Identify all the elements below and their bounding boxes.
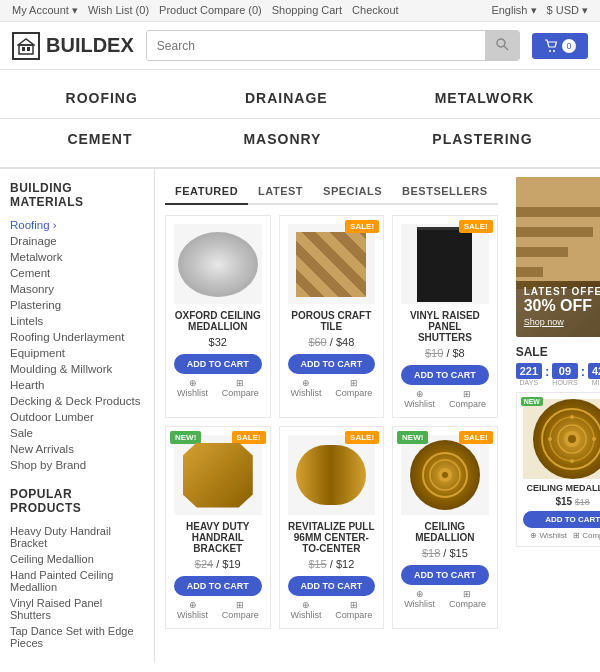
wishlist-oxford[interactable]: ⊕ Wishlist [174, 378, 211, 398]
sidebar-item-metalwork[interactable]: Metalwork [10, 249, 144, 265]
product-image-shutters [401, 224, 489, 304]
compare-link[interactable]: Product Compare (0) [159, 4, 262, 17]
top-bar: My Account ▾ Wish List (0) Product Compa… [0, 0, 600, 22]
popular-item-shutters[interactable]: Vinyl Raised Panel Shutters [10, 595, 144, 623]
wishlist-medallion[interactable]: ⊕ Wishlist [401, 589, 438, 609]
sale-product-card: NEW SALE [516, 392, 600, 547]
logo[interactable]: BUILDEX [12, 32, 134, 60]
popular-products-list: Heavy Duty Handrail Bracket Ceiling Meda… [10, 523, 144, 651]
wishlist-tile[interactable]: ⊕ Wishlist [288, 378, 325, 398]
sale-price-current: $15 [555, 496, 572, 507]
countdown-days-label: DAYS [516, 379, 542, 386]
svg-marker-3 [18, 39, 34, 45]
sidebar-item-lintels[interactable]: Lintels [10, 313, 144, 329]
popular-item-ceiling-medallion[interactable]: Ceiling Medallion [10, 551, 144, 567]
sidebar-item-roofing[interactable]: Roofing › [10, 217, 144, 233]
compare-shutters[interactable]: ⊞ Compare [446, 389, 488, 409]
wishlist-sale-product[interactable]: ⊕ Wishlist [530, 531, 567, 540]
nav-roofing[interactable]: ROOFING [58, 86, 146, 110]
nav-masonry[interactable]: MASONRY [235, 127, 329, 151]
add-to-cart-handrail[interactable]: ADD TO CART [174, 576, 262, 596]
cart-count: 0 [562, 39, 576, 53]
search-button[interactable] [485, 31, 519, 60]
nav-plastering[interactable]: PLASTERING [424, 127, 540, 151]
language-selector[interactable]: English ▾ [491, 4, 536, 17]
search-bar [146, 30, 520, 61]
add-to-cart-tile[interactable]: ADD TO CART [288, 354, 376, 374]
sidebar-item-drainage[interactable]: Drainage [10, 233, 144, 249]
header: BUILDEX 0 [0, 22, 600, 70]
compare-pull[interactable]: ⊞ Compare [333, 600, 375, 620]
compare-sale-product[interactable]: ⊞ Compare [573, 531, 600, 540]
tab-featured[interactable]: FEATURED [165, 179, 248, 205]
my-account-link[interactable]: My Account ▾ [12, 4, 78, 17]
countdown-mins-label: MIN [588, 379, 600, 386]
sidebar-item-cement[interactable]: Cement [10, 265, 144, 281]
sidebar-item-sale[interactable]: Sale [10, 425, 144, 441]
tab-latest[interactable]: LATEST [248, 179, 313, 205]
cart-button[interactable]: 0 [532, 33, 588, 59]
sale-product-actions: ⊕ Wishlist ⊞ Compare [523, 531, 600, 540]
popular-item-handrail[interactable]: Heavy Duty Handrail Bracket [10, 523, 144, 551]
sale-add-to-cart[interactable]: ADD TO CART [523, 511, 600, 528]
product-actions-oxford: ⊕ Wishlist ⊞ Compare [174, 378, 262, 398]
wishlist-shutters[interactable]: ⊕ Wishlist [401, 389, 438, 409]
shopping-cart-link[interactable]: Shopping Cart [272, 4, 342, 17]
popular-item-hand-painted[interactable]: Hand Painted Ceiling Medallion [10, 567, 144, 595]
sidebar-item-new-arrivals[interactable]: New Arrivals [10, 441, 144, 457]
sidebar-item-decking[interactable]: Decking & Deck Products [10, 393, 144, 409]
add-to-cart-oxford[interactable]: ADD TO CART [174, 354, 262, 374]
checkout-link[interactable]: Checkout [352, 4, 398, 17]
compare-tile[interactable]: ⊞ Compare [333, 378, 375, 398]
compare-medallion[interactable]: ⊞ Compare [446, 589, 488, 609]
add-to-cart-medallion[interactable]: ADD TO CART [401, 565, 489, 585]
svg-point-6 [549, 50, 551, 52]
product-card-oxford: OXFORD CEILING MEDALLION $32 ADD TO CART… [165, 215, 271, 418]
sidebar-item-hearth[interactable]: Hearth [10, 377, 144, 393]
wish-list-link[interactable]: Wish List (0) [88, 4, 149, 17]
nav-drainage[interactable]: DRAINAGE [237, 86, 336, 110]
countdown-mins-num: 42 [588, 363, 600, 379]
sale-badge-handrail: SALE! [232, 431, 266, 444]
nav-cement[interactable]: CEMENT [59, 127, 140, 151]
promo-shop-link[interactable]: Shop now [524, 317, 600, 327]
price-current-medallion: $15 [449, 547, 467, 559]
sale-product-price: $15 $18 [523, 496, 600, 507]
search-input[interactable] [147, 31, 485, 60]
add-to-cart-shutters[interactable]: ADD TO CART [401, 365, 489, 385]
cart-icon [544, 39, 558, 53]
sidebar-item-shop-by-brand[interactable]: Shop by Brand [10, 457, 144, 473]
product-name-handrail: HEAVY DUTY HANDRAIL BRACKET [174, 521, 262, 554]
countdown-sep2: : [581, 364, 585, 386]
add-to-cart-pull[interactable]: ADD TO CART [288, 576, 376, 596]
product-price-handrail: $24 / $19 [174, 558, 262, 570]
compare-handrail[interactable]: ⊞ Compare [219, 600, 261, 620]
medallion-circle-shape [410, 440, 480, 510]
wishlist-handrail[interactable]: ⊕ Wishlist [174, 600, 211, 620]
product-image-oxford [174, 224, 262, 304]
price-old-pull: $15 [308, 558, 326, 570]
price-current-handrail: $19 [222, 558, 240, 570]
sidebar-item-masonry[interactable]: Masonry [10, 281, 144, 297]
tab-bestsellers[interactable]: BESTSELLERS [392, 179, 498, 205]
product-name-medallion: CEILING MEDALLION [401, 521, 489, 543]
popular-item-tap-dance[interactable]: Tap Dance Set with Edge Pieces [10, 623, 144, 651]
compare-oxford[interactable]: ⊞ Compare [219, 378, 261, 398]
price-old-tile: $60 [308, 336, 326, 348]
svg-rect-16 [516, 267, 543, 277]
tab-specials[interactable]: SPECIALS [313, 179, 392, 205]
nav-metalwork[interactable]: METALWORK [427, 86, 543, 110]
sidebar-item-roofing-underlayment[interactable]: Roofing Underlayment [10, 329, 144, 345]
price-current-pull: $12 [336, 558, 354, 570]
sidebar-item-outdoor-lumber[interactable]: Outdoor Lumber [10, 409, 144, 425]
sidebar-item-plastering[interactable]: Plastering [10, 297, 144, 313]
svg-point-24 [548, 437, 552, 441]
sidebar-item-equipment[interactable]: Equipment [10, 345, 144, 361]
wishlist-pull[interactable]: ⊕ Wishlist [288, 600, 325, 620]
main-nav-row1: ROOFING DRAINAGE METALWORK [0, 70, 600, 119]
product-tabs: FEATURED LATEST SPECIALS BESTSELLERS [165, 179, 498, 205]
currency-selector[interactable]: $ USD ▾ [547, 4, 588, 17]
sidebar-item-moulding[interactable]: Moulding & Millwork [10, 361, 144, 377]
sidebar-section-title: BUILDING MATERIALS [10, 181, 144, 209]
product-actions-handrail: ⊕ Wishlist ⊞ Compare [174, 600, 262, 620]
